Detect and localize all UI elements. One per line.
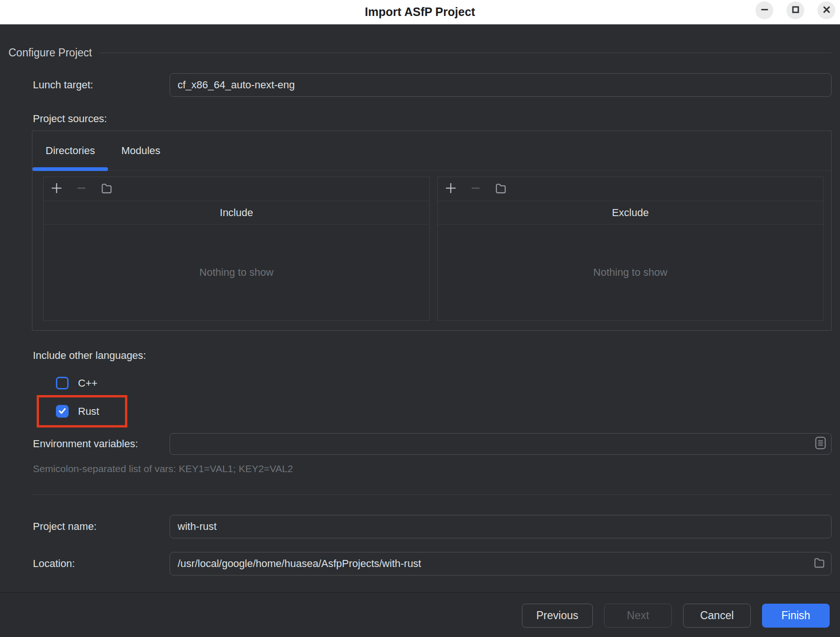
include-empty-text: Nothing to show <box>44 225 429 320</box>
include-panel: Include Nothing to show <box>43 177 430 321</box>
include-header: Include <box>44 201 429 225</box>
minimize-icon <box>761 6 769 15</box>
cpp-option-row: C++ <box>56 377 832 389</box>
location-label: Location: <box>8 558 170 570</box>
previous-button[interactable]: Previous <box>522 604 593 628</box>
lunch-target-row: Lunch target: <box>8 73 832 97</box>
rust-option-row: Rust <box>56 405 99 418</box>
title-bar: Import ASfP Project <box>0 0 840 24</box>
finish-button[interactable]: Finish <box>762 604 830 628</box>
sources-tab-strip: Directories Modules <box>32 131 831 171</box>
window-controls <box>755 1 835 19</box>
environment-variables-input[interactable] <box>170 433 832 455</box>
next-button[interactable]: Next <box>604 604 672 628</box>
plus-icon <box>444 182 457 196</box>
project-name-label: Project name: <box>8 520 170 533</box>
minus-icon <box>75 182 88 196</box>
form-divider <box>32 494 832 495</box>
section-title: Configure Project <box>8 47 92 59</box>
include-add-button[interactable] <box>50 182 63 196</box>
exclude-empty-text: Nothing to show <box>438 225 824 320</box>
include-folder-button[interactable] <box>100 182 113 196</box>
exclude-header: Exclude <box>438 201 824 225</box>
section-divider <box>100 53 832 53</box>
project-sources-container: Directories Modules <box>32 131 832 331</box>
dialog-footer: Previous Next Cancel Finish <box>0 592 840 637</box>
rust-checkbox[interactable] <box>56 405 69 418</box>
folder-icon <box>100 182 113 196</box>
maximize-icon <box>792 6 800 15</box>
tab-modules[interactable]: Modules <box>108 131 173 171</box>
directories-panels: Include Nothing to show <box>32 171 831 330</box>
exclude-remove-button[interactable] <box>469 182 482 196</box>
cpp-label: C++ <box>78 377 98 389</box>
window-title: Import ASfP Project <box>365 5 475 19</box>
checkmark-icon <box>58 406 67 417</box>
plus-icon <box>50 182 63 196</box>
browse-variables-button[interactable] <box>815 436 826 452</box>
exclude-panel: Exclude Nothing to show <box>437 177 824 321</box>
rust-annotation-highlight: Rust <box>37 395 127 427</box>
dialog-content: Configure Project Lunch target: Project … <box>0 46 840 575</box>
maximize-button[interactable] <box>786 1 804 19</box>
cancel-button[interactable]: Cancel <box>683 604 751 628</box>
browse-variables-icon <box>815 436 826 452</box>
exclude-folder-button[interactable] <box>494 182 507 196</box>
include-remove-button[interactable] <box>75 182 88 196</box>
exclude-add-button[interactable] <box>444 182 457 196</box>
project-sources-label: Project sources: <box>33 113 832 125</box>
environment-variables-row: Environment variables: <box>8 433 832 455</box>
project-name-row: Project name: <box>8 515 832 538</box>
include-languages-label: Include other languages: <box>33 350 832 362</box>
minus-icon <box>469 182 482 196</box>
close-button[interactable] <box>817 1 835 19</box>
browse-location-button[interactable] <box>812 556 826 571</box>
location-input[interactable] <box>170 552 832 575</box>
include-toolbar <box>44 177 429 201</box>
minimize-button[interactable] <box>755 1 773 19</box>
location-row: Location: <box>8 552 832 575</box>
environment-variables-label: Environment variables: <box>8 438 170 450</box>
tab-directories[interactable]: Directories <box>32 131 108 171</box>
lunch-target-label: Lunch target: <box>8 79 170 91</box>
lunch-target-input[interactable] <box>170 73 832 97</box>
rust-label: Rust <box>78 405 99 418</box>
folder-icon <box>494 182 507 196</box>
exclude-toolbar <box>438 177 824 201</box>
environment-variables-hint: Semicolon-separated list of vars: KEY1=V… <box>33 463 832 474</box>
browse-folder-icon <box>812 556 826 571</box>
project-name-input[interactable] <box>170 515 832 538</box>
close-icon <box>823 6 831 15</box>
cpp-checkbox[interactable] <box>56 377 69 389</box>
configure-project-section: Configure Project <box>8 46 832 59</box>
